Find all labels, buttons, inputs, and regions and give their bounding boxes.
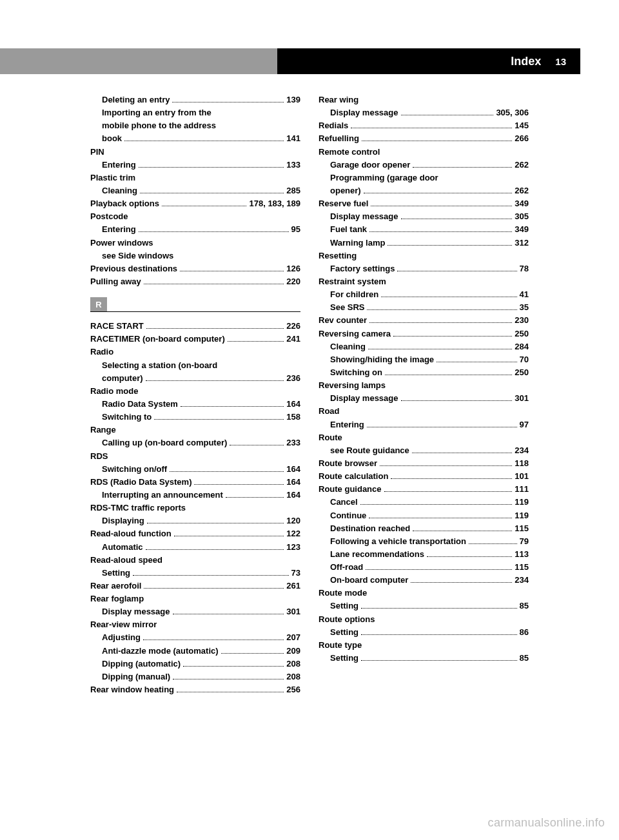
leader-dots: [170, 471, 284, 472]
index-entry: Lane recommendations113: [319, 548, 529, 561]
index-label: Displaying: [102, 514, 144, 527]
index-label: Display message: [330, 392, 398, 405]
index-page: 118: [515, 457, 529, 470]
leader-dots: [146, 549, 284, 550]
index-label: Programming (garage door: [330, 171, 438, 184]
leader-dots: [133, 575, 288, 576]
index-page: 241: [286, 333, 300, 346]
index-page: 139: [286, 93, 300, 106]
index-entry: opener)262: [319, 184, 529, 197]
index-page: 85: [520, 600, 529, 612]
index-page: 312: [515, 237, 529, 249]
index-page: 233: [286, 436, 300, 449]
index-page: 115: [515, 522, 529, 535]
index-entry: Setting85: [319, 652, 529, 665]
leader-dots: [228, 341, 284, 342]
index-label: Route calculation: [319, 470, 388, 483]
index-label: Redials: [319, 119, 348, 132]
index-page: 78: [520, 262, 529, 275]
index-label: Resetting: [319, 249, 357, 262]
index-entry: Route: [319, 431, 529, 444]
index-entry: Dipping (automatic)208: [90, 658, 300, 670]
index-label: RACETIMER (on-board computer): [90, 333, 225, 346]
index-page: 220: [286, 275, 300, 288]
index-label: Rear-view mirror: [90, 618, 157, 631]
index-label: Playback options: [90, 197, 159, 210]
index-entry: Setting86: [319, 626, 529, 639]
index-page: 164: [286, 476, 300, 489]
index-entry: Route guidance111: [319, 483, 529, 496]
index-page: 349: [515, 223, 529, 236]
index-page: 97: [520, 418, 529, 431]
index-label: Destination reached: [330, 522, 410, 535]
leader-dots: [385, 375, 512, 375]
index-entry: Off-road115: [319, 561, 529, 574]
index-entry: Route options: [319, 613, 529, 626]
index-label: Range: [90, 424, 116, 436]
index-entry: RDS: [90, 450, 300, 463]
index-page: 349: [515, 197, 529, 210]
section-letter: R: [90, 297, 107, 311]
index-page: 234: [515, 574, 529, 587]
index-page: 101: [515, 470, 529, 483]
index-page: 207: [286, 631, 300, 644]
leader-dots: [361, 660, 516, 661]
index-label: Refuelling: [319, 132, 359, 145]
index-label: see Side windows: [102, 249, 173, 262]
index-entry: Read-aloud function122: [90, 527, 300, 540]
index-page: 236: [286, 372, 300, 385]
index-page: 35: [520, 301, 529, 314]
index-entry: Displaying120: [90, 514, 300, 527]
index-entry: Plastic trim: [90, 171, 300, 184]
index-entry: Route type: [319, 639, 529, 652]
index-entry: Garage door opener262: [319, 159, 529, 171]
index-entry: Setting73: [90, 567, 300, 580]
index-label: opener): [330, 184, 361, 197]
leader-dots: [230, 445, 284, 445]
index-entry: Reserve fuel349: [319, 197, 529, 210]
index-label: Setting: [330, 600, 359, 612]
index-label: Entering: [102, 223, 136, 236]
index-columns: Deleting an entry139Importing an entry f…: [39, 93, 580, 696]
index-label: Postcode: [90, 210, 128, 223]
index-label: See SRS: [330, 301, 364, 314]
index-label: Restraint system: [319, 275, 386, 288]
leader-dots: [226, 497, 284, 498]
index-label: Rear wing: [319, 93, 359, 106]
index-label: Rear foglamp: [90, 592, 144, 605]
index-entry: Rear-view mirror: [90, 618, 300, 631]
index-label: Reversing lamps: [319, 379, 386, 392]
index-label: Cleaning: [330, 340, 366, 353]
index-page: 234: [515, 444, 529, 457]
index-page: 122: [286, 527, 300, 540]
index-entry: Continue119: [319, 509, 529, 522]
leader-dots: [174, 536, 284, 536]
index-label: Switching to: [102, 411, 152, 424]
index-page: 261: [286, 580, 300, 592]
index-page: 230: [515, 314, 529, 327]
index-page: 178, 183, 189: [249, 197, 300, 210]
index-page: 41: [520, 288, 529, 301]
leader-dots: [393, 336, 512, 337]
index-entry: Warning lamp312: [319, 237, 529, 249]
leader-dots: [427, 556, 512, 557]
leader-dots: [144, 588, 284, 589]
index-entry: Resetting: [319, 249, 529, 262]
index-page: 113: [515, 548, 529, 561]
index-page: 95: [291, 223, 300, 236]
index-page: 208: [286, 670, 300, 683]
leader-dots: [177, 692, 284, 692]
leader-dots: [180, 271, 284, 271]
index-entry: computer)236: [90, 372, 300, 385]
leader-dots: [139, 231, 289, 232]
index-entry: Cleaning284: [319, 340, 529, 353]
index-entry: see Route guidance234: [319, 444, 529, 457]
index-entry: Read-aloud speed: [90, 554, 300, 567]
index-page: 164: [286, 463, 300, 476]
leader-dots: [147, 523, 284, 523]
index-label: RACE START: [90, 320, 144, 333]
index-label: Continue: [330, 509, 366, 522]
index-entry: Switching to158: [90, 411, 300, 424]
header-grey-strip: [0, 48, 277, 74]
index-entry: Playback options178, 183, 189: [90, 197, 300, 210]
